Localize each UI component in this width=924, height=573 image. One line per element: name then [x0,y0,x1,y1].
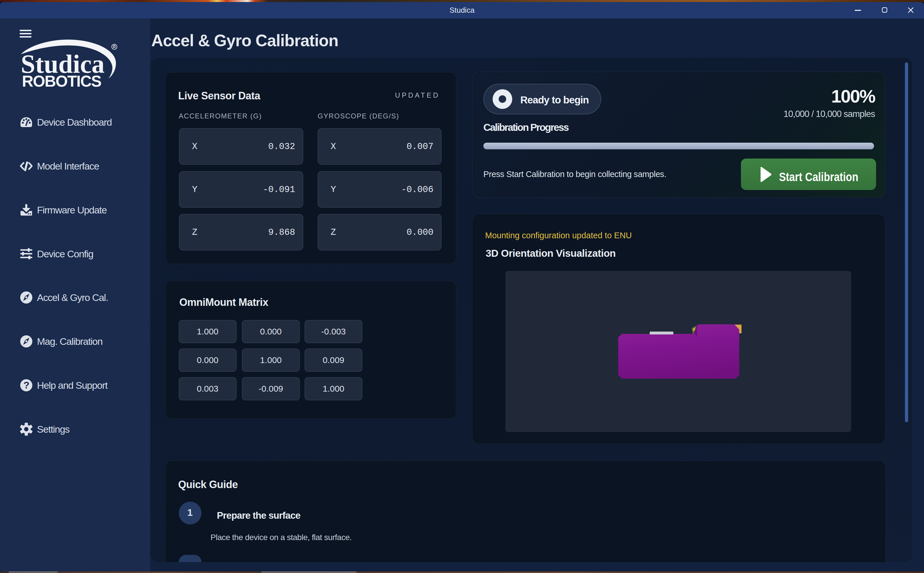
svg-text:ROBOTICS: ROBOTICS [22,72,102,89]
svg-text:?: ? [23,379,29,390]
